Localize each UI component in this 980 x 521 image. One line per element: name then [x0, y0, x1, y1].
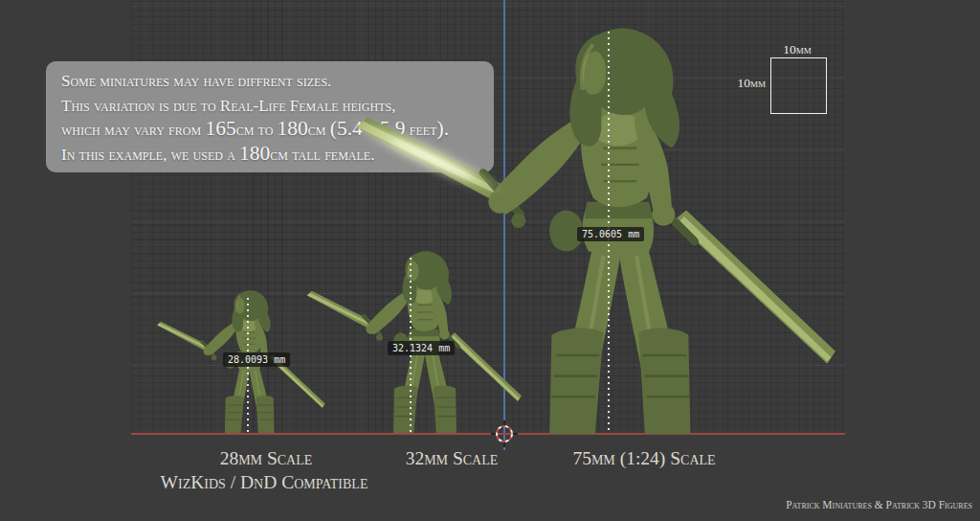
reference-square-10mm — [770, 57, 827, 114]
scale-caption-28mm: 28mm Scale — [220, 448, 313, 469]
3d-cursor-icon[interactable] — [491, 420, 518, 447]
brand-credit: Patrick Miniatures & Patrick 3D Figures — [786, 499, 972, 510]
measurement-label-75mm: 75.0605 mm — [577, 227, 644, 241]
scale-caption-28mm-compat: WizKids / DnD Compatible — [161, 472, 368, 493]
blender-viewport[interactable]: Some miniatures may have diffrent sizes.… — [0, 0, 980, 521]
reference-square-top-label: 10mm — [783, 42, 812, 57]
measurement-label-32mm: 32.1324 mm — [388, 341, 455, 355]
scale-caption-32mm: 32mm Scale — [406, 448, 499, 469]
scale-caption-75mm: 75mm (1:24) Scale — [572, 448, 715, 469]
reference-square-side-label: 10mm — [737, 76, 766, 91]
measurement-label-28mm: 28.0093 mm — [223, 352, 290, 367]
sword-glare — [347, 111, 507, 202]
